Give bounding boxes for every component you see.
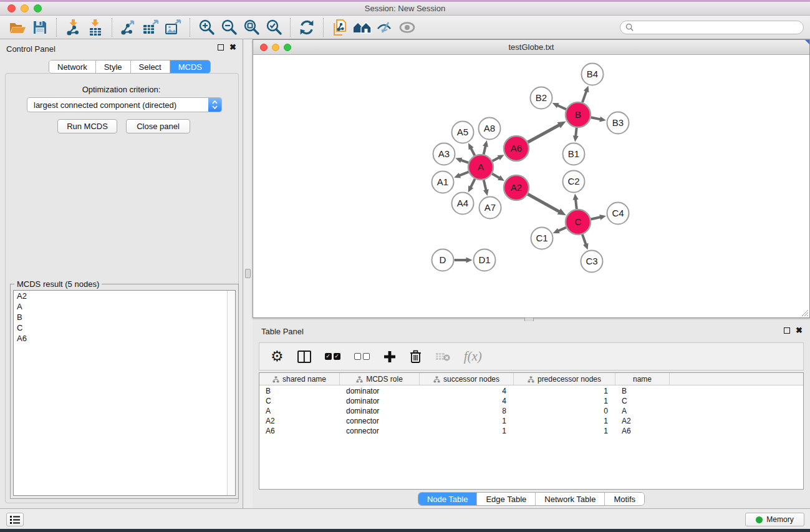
table-cell[interactable]: A	[615, 406, 670, 416]
graph-edge-A-A7[interactable]	[484, 180, 486, 191]
table-row[interactable]: Bdominator41B	[259, 386, 803, 396]
tab-motifs[interactable]: Motifs	[605, 493, 644, 505]
table-cell[interactable]: 4	[420, 396, 514, 406]
table-row[interactable]: A6connector11A6	[259, 426, 803, 436]
graph-node-A6[interactable]: A6	[504, 136, 529, 161]
column-header-predecessor-nodes[interactable]: predecessor nodes	[514, 373, 615, 385]
tab-network[interactable]: Network	[49, 60, 96, 73]
deselect-all-columns-icon[interactable]	[354, 353, 370, 360]
tab-edge-table[interactable]: Edge Table	[477, 493, 536, 505]
export-image-button[interactable]	[162, 17, 185, 37]
table-cell[interactable]: 4	[420, 386, 514, 396]
table-cell[interactable]: connector	[340, 426, 420, 436]
import-table-button[interactable]	[84, 17, 107, 37]
table-cell[interactable]: B	[259, 386, 340, 396]
graph-edge-B-B4[interactable]	[582, 90, 587, 102]
graph-node-C3[interactable]: C3	[581, 251, 603, 273]
mcds-result-item[interactable]: B	[14, 312, 235, 322]
mcds-result-item[interactable]: A	[14, 301, 235, 312]
graph-edge-B-B2[interactable]	[557, 105, 566, 109]
graph-node-C1[interactable]: C1	[531, 228, 553, 249]
show-log-button[interactable]	[6, 513, 24, 526]
resize-grip-icon[interactable]	[800, 308, 809, 317]
result-list-scrollbar[interactable]	[227, 291, 235, 495]
table-cell[interactable]: A	[259, 406, 340, 416]
search-field[interactable]	[620, 21, 804, 34]
table-cell[interactable]: A2	[259, 416, 340, 426]
table-cell[interactable]: connector	[340, 416, 420, 426]
zoom-selected-button[interactable]	[263, 17, 285, 37]
close-table-panel-icon[interactable]: ✖	[796, 327, 803, 334]
table-row[interactable]: A2connector11A2	[259, 416, 803, 426]
table-cell[interactable]: A6	[615, 426, 670, 436]
mcds-result-item[interactable]: A2	[14, 291, 235, 301]
graph-node-C[interactable]: C	[566, 210, 591, 235]
search-input[interactable]	[637, 23, 798, 32]
graph-node-D1[interactable]: D1	[474, 249, 496, 271]
table-cell[interactable]: C	[615, 396, 670, 406]
tab-select[interactable]: Select	[131, 60, 170, 73]
memory-button[interactable]: Memory	[745, 513, 804, 526]
float-table-panel-icon[interactable]	[784, 327, 790, 334]
graph-node-A8[interactable]: A8	[479, 118, 501, 140]
table-row[interactable]: Cdominator41C	[259, 396, 803, 406]
column-header-shared-name[interactable]: shared name	[259, 373, 340, 385]
graph-edge-A-A1[interactable]	[458, 172, 468, 176]
zoom-fit-button[interactable]	[240, 17, 263, 37]
delete-table-icon[interactable]	[435, 352, 450, 362]
table-cell[interactable]: 1	[420, 426, 514, 436]
graph-edge-C-C3[interactable]	[582, 235, 586, 246]
close-panel-icon[interactable]: ✖	[229, 44, 236, 51]
network-canvas[interactable]: AA1A2A3A4A5A6A7A8BB1B2B3B4CC1C2C3C4DD1	[253, 55, 809, 317]
graph-node-B2[interactable]: B2	[531, 87, 552, 109]
table-cell[interactable]: A2	[615, 416, 670, 426]
refresh-button[interactable]	[296, 17, 318, 37]
table-cell[interactable]: 1	[514, 426, 615, 436]
tab-network-table[interactable]: Network Table	[536, 493, 605, 505]
graph-node-A2[interactable]: A2	[504, 175, 529, 200]
first-neighbors-button[interactable]	[351, 17, 374, 37]
table-cell[interactable]: C	[259, 396, 340, 406]
select-all-columns-icon[interactable]: ✓✓	[325, 353, 340, 360]
graph-node-A5[interactable]: A5	[452, 122, 474, 143]
open-file-button[interactable]	[6, 17, 29, 37]
criterion-dropdown[interactable]: largest connected component (directed)	[27, 97, 222, 112]
graph-node-B1[interactable]: B1	[563, 143, 585, 165]
table-cell[interactable]: 1	[514, 396, 615, 406]
graph-edge-C-C2[interactable]	[576, 198, 577, 209]
table-cell[interactable]: 8	[420, 406, 514, 416]
tab-node-table[interactable]: Node Table	[418, 493, 478, 505]
column-header-successor-nodes[interactable]: successor nodes	[420, 373, 514, 385]
function-builder-icon[interactable]: f(x)	[464, 349, 482, 364]
table-cell[interactable]: dominator	[340, 386, 420, 396]
splitter-grip[interactable]	[245, 269, 251, 278]
column-header-name[interactable]: name	[615, 373, 670, 385]
delete-column-icon[interactable]	[410, 350, 422, 364]
float-panel-icon[interactable]	[218, 44, 224, 51]
graph-edge-A-A4[interactable]	[470, 179, 475, 188]
vertical-splitter[interactable]	[244, 39, 253, 508]
table-cell[interactable]: 1	[420, 416, 514, 426]
graph-node-D[interactable]: D	[432, 249, 454, 271]
graph-edge-B-B3[interactable]	[591, 117, 602, 119]
table-cell[interactable]: A6	[259, 426, 340, 436]
network-window-titlebar[interactable]: testGlobe.txt	[253, 40, 809, 55]
graph-node-A4[interactable]: A4	[452, 193, 474, 215]
run-mcds-button[interactable]: Run MCDS	[57, 119, 117, 133]
table-cell[interactable]: 1	[514, 386, 615, 396]
save-session-button[interactable]	[29, 17, 51, 37]
close-panel-button[interactable]: Close panel	[126, 119, 190, 133]
column-header-MCDS-role[interactable]: MCDS role	[340, 373, 420, 385]
graph-edge-A2-C[interactable]	[528, 194, 561, 212]
table-cell[interactable]: B	[615, 386, 670, 396]
graph-node-B3[interactable]: B3	[607, 112, 629, 134]
table-cell[interactable]: dominator	[340, 396, 420, 406]
hide-selected-button[interactable]	[374, 17, 396, 37]
table-cell[interactable]: dominator	[340, 406, 420, 416]
show-all-button[interactable]	[396, 17, 418, 37]
table-settings-icon[interactable]: ⚙	[271, 349, 284, 364]
import-network-button[interactable]	[62, 17, 84, 37]
graph-node-A7[interactable]: A7	[480, 197, 501, 219]
export-table-button[interactable]	[140, 17, 162, 37]
new-network-from-selection-button[interactable]	[329, 17, 351, 37]
